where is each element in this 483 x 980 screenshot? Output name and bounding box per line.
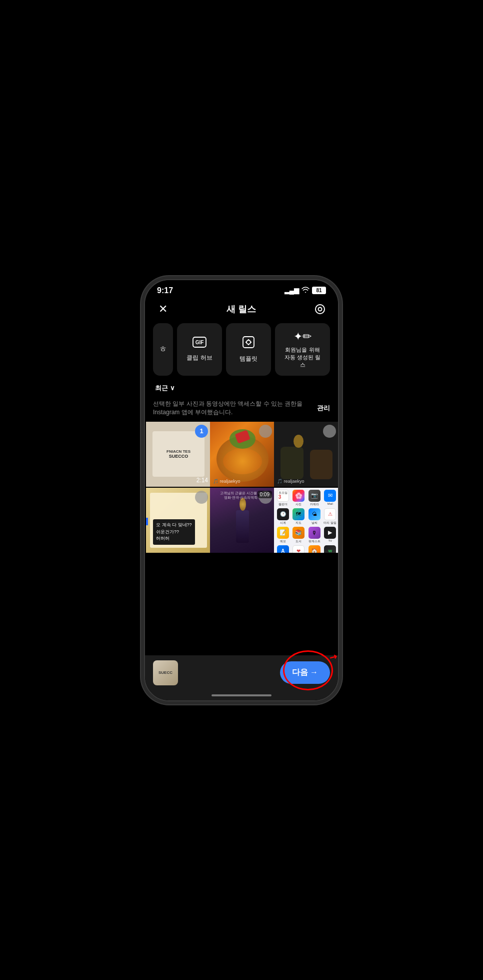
dynamic-island [214,285,269,301]
photo-cell-5[interactable]: 고객님의 근골은 시간을 위해영화·연극·신속의역학수 0:09 [210,488,275,553]
battery-icon: 81 [312,287,326,294]
svg-point-5 [246,340,250,344]
option-clip-hub[interactable]: GIF 클립 허브 [177,323,222,376]
option-partial[interactable]: ㅎ [153,323,173,376]
permission-text: 선택한 일부 사진과 동영상에만 액세스할 수 있는 권한을 Instagram… [153,400,311,417]
svg-rect-4 [243,337,254,348]
section-recent-label: 최근 [155,384,168,393]
svg-text:GIF: GIF [196,340,204,345]
signal-icon: ▂▄▆ [284,287,299,294]
settings-button[interactable] [312,301,328,317]
photo-grid: FNIACN TES SUECCO 1 2:14 [145,422,338,553]
manage-button[interactable]: 관리 [317,404,330,413]
selection-badge-2[interactable] [259,425,272,438]
permission-notice: 선택한 일부 사진과 동영상에만 액세스할 수 있는 권한을 Instagram… [145,397,338,422]
status-icons: ▂▄▆ 81 [284,287,326,294]
phone-frame: 9:17 ▂▄▆ 81 ✕ 새 릴스 ㅎ GIF [144,279,339,701]
auto-reels-label: 회원님을 위해자동 생성된 릴스 [283,346,322,369]
photo-cell-4[interactable]: 오 계속 다 맞네??쉬운건가??허허허 [146,488,211,553]
option-template[interactable]: 템플릿 [226,323,271,376]
chevron-down-icon: ∨ [170,384,175,392]
svg-point-1 [318,307,322,311]
photo-cell-6[interactable]: 토요일3 캘린더 🌸 사진 📷 카메라 ✉ [274,488,338,553]
next-label: 다음 → [292,667,318,678]
next-button[interactable]: 다음 → [280,661,330,684]
photo-cell-1[interactable]: FNIACN TES SUECCO 1 2:14 [146,422,211,487]
close-button[interactable]: ✕ [155,301,171,317]
status-time: 9:17 [157,286,173,295]
home-indicator [212,694,272,696]
selection-badge-1[interactable]: 1 [195,425,208,438]
source-badge-3: 🎵 realjaekyo [277,479,304,484]
gif-icon: GIF [192,337,206,351]
svg-point-0 [316,305,324,314]
source-badge-2: 🎵 realjaekyo [213,479,240,484]
selection-badge-3[interactable] [323,425,336,438]
photo-cell-3[interactable]: 🎵 realjaekyo [274,422,338,487]
options-row: ㅎ GIF 클립 허브 템플릿 ✦✏ 회원님을 위해자동 생성된 릴스 [145,323,338,382]
wifi-icon [302,287,310,294]
bottom-bar: SUECC 다음 → [145,655,338,700]
partial-icon: ㅎ [159,344,167,355]
page-title: 새 릴스 [226,303,256,315]
clip-hub-label: 클립 허브 [186,354,212,362]
photo-cell-2[interactable]: 🎵 realjaekyo [210,422,275,487]
selection-badge-4[interactable] [195,491,208,504]
option-auto-reels[interactable]: ✦✏ 회원님을 위해자동 생성된 릴스 [275,323,330,376]
template-label: 템플릿 [240,355,258,363]
template-icon [242,336,255,352]
duration-label-1: 2:14 [196,477,208,484]
auto-reels-icon: ✦✏ [294,330,312,343]
video-duration-5: 0:09 [258,491,272,498]
phone-inner: 9:17 ▂▄▆ 81 ✕ 새 릴스 ㅎ GIF [145,280,338,700]
section-header[interactable]: 최근 ∨ [145,382,338,397]
thumbnail-preview: SUECC [153,660,178,685]
